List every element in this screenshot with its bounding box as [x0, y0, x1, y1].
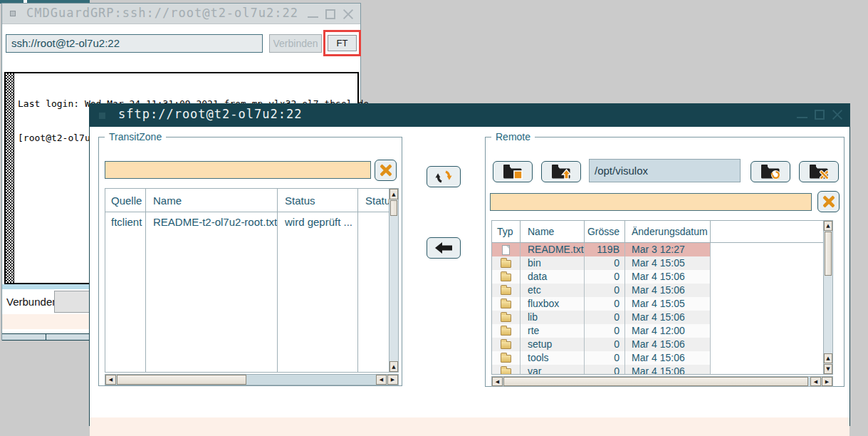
column-header[interactable]: Typ — [492, 221, 521, 242]
column-header[interactable]: Name — [146, 189, 278, 212]
transit-horizontal-scrollbar[interactable]: ◀ ◀ ▶ — [105, 374, 399, 385]
remote-filter-clear-button[interactable] — [817, 191, 840, 212]
folder-icon — [501, 301, 511, 308]
column-header[interactable]: Name — [521, 221, 585, 242]
folder-icon — [501, 274, 511, 281]
folder-select-icon — [502, 163, 523, 180]
scroll-down-icon[interactable]: ▼ — [824, 364, 832, 374]
scroll-right-icon[interactable]: ▶ — [822, 377, 832, 386]
transit-table-header: Quelle Name Status Status — [105, 189, 398, 212]
remote-table: Typ Name Grösse Änderungsdatum README.tx… — [491, 220, 833, 375]
scrollbar-thumb[interactable] — [825, 232, 832, 276]
window-menu-icon[interactable] — [10, 11, 16, 16]
desktop: CMDGuardGRP:ssh://root@t2-ol7u2:22 ssh:/… — [0, 0, 868, 436]
column-header[interactable]: Quelle — [105, 189, 146, 212]
remote-file-row[interactable]: var 0 Mar 4 15:06 — [492, 365, 832, 374]
clear-x-icon — [380, 164, 392, 177]
column-header[interactable]: Änderungsdatum — [625, 221, 711, 242]
scroll-right-icon[interactable]: ▶ — [387, 375, 398, 385]
scroll-up-icon[interactable]: ▲ — [389, 189, 398, 199]
column-header[interactable] — [711, 221, 832, 242]
file-icon — [502, 245, 510, 255]
folder-parent-button[interactable] — [541, 161, 581, 182]
folder-icon — [501, 341, 511, 349]
folder-parent-icon — [550, 163, 572, 180]
clear-x-icon — [822, 195, 835, 208]
remote-table-header: Typ Name Grösse Änderungsdatum — [492, 221, 832, 243]
remote-file-row[interactable]: rte 0 Mar 4 12:00 — [492, 324, 832, 338]
sync-icon — [434, 169, 453, 185]
transit-filter-input[interactable] — [105, 161, 371, 179]
scroll-left-icon[interactable]: ◀ — [376, 375, 387, 385]
scroll-up-icon[interactable]: ▲ — [824, 221, 832, 231]
sftp-content: TransitZone Quelle Name Status — [90, 127, 849, 425]
transit-vertical-scrollbar[interactable]: ▲ ▲ — [389, 189, 398, 372]
column-header[interactable]: Status — [278, 189, 358, 212]
scroll-left-icon[interactable]: ◀ — [492, 377, 503, 386]
sftp-titlebar[interactable]: sftp://root@t2-ol7u2:22 — [90, 104, 849, 127]
window-menu-icon[interactable] — [99, 113, 105, 119]
remote-table-body: README.txt 119B Mar 3 12:27 bin 0 Mar 4 … — [492, 243, 832, 374]
transit-file-row[interactable]: ftclient README-t2-ol7u2-root.txt wird g… — [105, 212, 398, 232]
remote-vertical-scrollbar[interactable]: ▲ ▲ ▼ — [823, 221, 832, 374]
minimize-icon[interactable] — [797, 117, 807, 118]
status-indicator-box — [54, 291, 93, 313]
remote-file-row[interactable]: tools 0 Mar 4 15:06 — [492, 351, 832, 365]
folder-select-button[interactable] — [493, 161, 533, 182]
remote-horizontal-scrollbar[interactable]: ◀ ◀ ▶ — [491, 376, 833, 387]
folder-refresh-icon — [760, 163, 781, 180]
connect-button[interactable]: Verbinden — [269, 34, 322, 53]
transit-table: Quelle Name Status Status ftclient READM… — [105, 188, 399, 373]
terminal-scrollbar[interactable] — [6, 73, 14, 283]
folder-icon — [501, 355, 511, 363]
scroll-up-icon[interactable]: ▲ — [824, 353, 832, 363]
sftp-window-title: sftp://root@t2-ol7u2:22 — [118, 107, 302, 121]
sftp-footer-strip — [90, 417, 849, 436]
refresh-transfer-button[interactable] — [427, 166, 461, 187]
folder-delete-button[interactable] — [799, 161, 839, 182]
maximize-icon[interactable] — [325, 9, 335, 19]
folder-delete-icon — [808, 163, 830, 180]
sftp-window: sftp://root@t2-ol7u2:22 TransitZone — [89, 103, 850, 426]
scroll-up-icon[interactable]: ▲ — [389, 361, 398, 372]
ssh-address-field[interactable]: ssh://root@t2-ol7u2:22 — [6, 34, 263, 53]
transit-table-body: ftclient README-t2-ol7u2-root.txt wird g… — [105, 212, 398, 372]
maximize-icon[interactable] — [815, 110, 825, 120]
remote-file-row[interactable]: lib 0 Mar 4 15:06 — [492, 311, 832, 324]
scrollbar-thumb[interactable] — [117, 375, 246, 385]
column-header[interactable]: Grösse — [585, 221, 625, 242]
minimize-icon[interactable] — [308, 16, 318, 18]
transitzone-panel: TransitZone Quelle Name Status — [98, 137, 402, 386]
scroll-left-icon[interactable]: ◀ — [810, 377, 821, 386]
remote-file-row[interactable]: setup 0 Mar 4 15:06 — [492, 338, 832, 351]
remote-panel: Remote /opt/visulox — [485, 137, 845, 387]
folder-refresh-button[interactable] — [751, 161, 790, 182]
close-icon[interactable] — [832, 109, 843, 120]
close-icon[interactable] — [343, 9, 354, 20]
file-transfer-button[interactable]: FT — [328, 35, 357, 51]
ssh-window-title: CMDGuardGRP:ssh://root@t2-ol7u2:22 — [26, 6, 298, 20]
remote-filter-input[interactable] — [490, 193, 812, 211]
download-to-transit-button[interactable] — [427, 237, 461, 259]
remote-file-row[interactable]: data 0 Mar 4 15:06 — [492, 270, 832, 284]
scrollbar-thumb[interactable] — [503, 377, 808, 386]
folder-icon — [501, 368, 511, 374]
remote-file-row[interactable]: fluxbox 0 Mar 4 15:05 — [492, 297, 832, 311]
scroll-left-icon[interactable]: ◀ — [105, 375, 116, 385]
remote-path-field[interactable]: /opt/visulox — [589, 159, 741, 182]
folder-icon — [501, 287, 511, 295]
connection-status-label: Verbunden — [6, 289, 58, 314]
folder-icon — [501, 328, 511, 336]
scrollbar-thumb[interactable] — [390, 200, 397, 216]
arrow-left-icon — [434, 242, 453, 254]
ssh-titlebar[interactable]: CMDGuardGRP:ssh://root@t2-ol7u2:22 — [2, 4, 360, 24]
transit-filter-clear-button[interactable] — [375, 160, 397, 181]
remote-legend: Remote — [491, 131, 535, 142]
remote-file-row[interactable]: bin 0 Mar 4 15:05 — [492, 256, 832, 270]
remote-file-row[interactable]: etc 0 Mar 4 15:06 — [492, 284, 832, 297]
folder-icon — [501, 260, 511, 268]
folder-icon — [501, 314, 511, 322]
remote-file-row[interactable]: README.txt 119B Mar 3 12:27 — [492, 243, 832, 256]
ft-highlight-annotation: FT — [323, 30, 361, 56]
transitzone-legend: TransitZone — [105, 131, 166, 142]
